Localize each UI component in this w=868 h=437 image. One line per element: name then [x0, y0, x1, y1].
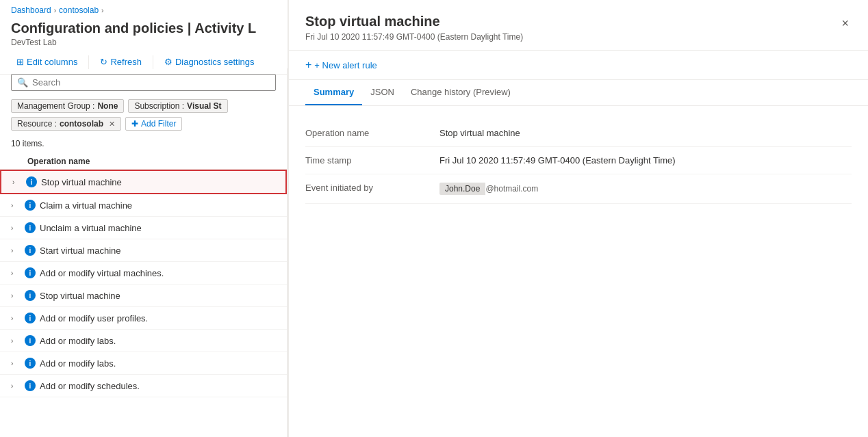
rp-header-text: Stop virtual machine Fri Jul 10 2020 11:… [305, 14, 523, 42]
list-item-4[interactable]: › i Add or modify virtual machines. [0, 262, 287, 284]
chevron-icon-0: › [12, 178, 22, 186]
col-header: Operation name [0, 154, 287, 170]
list-item-5[interactable]: › i Stop virtual machine [0, 284, 287, 307]
breadcrumb-sep-1: › [54, 7, 56, 14]
chevron-icon-1: › [11, 202, 21, 209]
filter-tags: Management Group : None Subscription : V… [0, 96, 287, 136]
list-item-label-9: Add or modify schedules. [40, 381, 140, 391]
user-email: @hotmail.com [485, 184, 538, 194]
detail-value-operation: Stop virtual machine [439, 128, 520, 138]
right-panel: Stop virtual machine Fri Jul 10 2020 11:… [288, 0, 868, 437]
tabs: Summary JSON Change history (Preview) [289, 80, 868, 106]
list-item-8[interactable]: › i Add or modify labs. [0, 352, 287, 375]
left-panel: 🔍 Management Group : None Subscription :… [0, 68, 288, 437]
search-input[interactable] [32, 77, 270, 88]
info-icon-6: i [25, 313, 36, 323]
info-icon-3: i [25, 245, 36, 256]
list-item-label-2: Unclaim a virtual machine [40, 223, 142, 233]
rp-title: Stop virtual machine [305, 14, 523, 29]
filter-label-1: Subscription : [134, 101, 184, 111]
chevron-icon-6: › [11, 315, 21, 322]
search-icon: 🔍 [17, 77, 28, 88]
filter-label-0: Management Group : [17, 101, 94, 111]
list-item-label-8: Add or modify labs. [40, 358, 116, 369]
info-icon-5: i [25, 290, 36, 301]
toolbar-separator-2 [153, 55, 153, 69]
detail-row-timestamp: Time stamp Fri Jul 10 2020 11:57:49 GMT-… [305, 147, 852, 174]
close-button[interactable]: × [839, 14, 852, 34]
detail-row-operation: Operation name Stop virtual machine [305, 120, 852, 147]
add-filter-button[interactable]: ✚ Add Filter [125, 117, 182, 131]
new-alert-label: + New alert rule [314, 60, 376, 70]
chevron-icon-7: › [11, 337, 21, 345]
info-icon-4: i [25, 267, 36, 278]
filter-tag-management-group: Management Group : None [11, 99, 124, 113]
list-item-3[interactable]: › i Start virtual machine [0, 239, 287, 262]
info-icon-8: i [25, 358, 36, 369]
list-item-9[interactable]: › i Add or modify schedules. [0, 375, 287, 397]
rp-subtitle: Fri Jul 10 2020 11:57:49 GMT-0400 (Easte… [305, 32, 523, 42]
chevron-icon-8: › [11, 360, 21, 367]
tab-change-history[interactable]: Change history (Preview) [403, 80, 519, 105]
list-item-label-0: Stop virtual machine [41, 177, 122, 187]
detail-label-event: Event initiated by [305, 183, 429, 193]
search-input-wrap[interactable]: 🔍 [11, 74, 276, 91]
chevron-icon-9: › [11, 382, 21, 390]
info-icon-1: i [25, 200, 36, 211]
list-item-7[interactable]: › i Add or modify labs. [0, 330, 287, 352]
search-bar: 🔍 [0, 68, 287, 96]
detail-value-timestamp: Fri Jul 10 2020 11:57:49 GMT-0400 (Easte… [439, 155, 676, 165]
list-item-label-1: Claim a virtual machine [40, 200, 132, 211]
chevron-icon-4: › [11, 269, 21, 277]
breadcrumb-contosolab[interactable]: contosolab [59, 5, 99, 15]
rp-header: Stop virtual machine Fri Jul 10 2020 11:… [289, 0, 868, 51]
filter-value-1: Visual St [187, 101, 221, 111]
detail-row-event-initiated: Event initiated by John.Doe @hotmail.com [305, 174, 852, 204]
user-name: John.Doe [439, 183, 485, 195]
diagnostics-button[interactable]: ⚙ Diagnostics settings [159, 54, 260, 70]
detail-label-operation: Operation name [305, 128, 429, 138]
add-filter-icon: ✚ [131, 119, 138, 129]
info-icon-2: i [25, 222, 36, 233]
list-item-6[interactable]: › i Add or modify user profiles. [0, 307, 287, 330]
user-badge: John.Doe @hotmail.com [439, 183, 538, 195]
list-item-1[interactable]: › i Claim a virtual machine [0, 194, 287, 217]
chevron-icon-5: › [11, 292, 21, 300]
refresh-icon: ↻ [100, 57, 107, 67]
list-item-label-7: Add or modify labs. [40, 336, 116, 346]
list-item-label-6: Add or modify user profiles. [40, 313, 148, 323]
filter-tag-subscription: Subscription : Visual St [128, 99, 227, 113]
edit-columns-label: Edit columns [27, 57, 77, 67]
list-item-label-3: Start virtual machine [40, 246, 121, 256]
tab-summary[interactable]: Summary [305, 80, 362, 105]
main-wrapper: Dashboard › contosolab › Configuration a… [0, 0, 868, 437]
new-alert-icon: + [305, 59, 311, 71]
breadcrumb-dashboard[interactable]: Dashboard [11, 5, 51, 15]
chevron-icon-3: › [11, 247, 21, 254]
info-icon-7: i [25, 335, 36, 346]
filter-tag-close-resource[interactable]: ✕ [109, 120, 115, 129]
breadcrumb-sep-2: › [101, 7, 103, 14]
add-filter-label: Add Filter [141, 119, 176, 129]
list-item-0[interactable]: › i Stop virtual machine [0, 170, 287, 194]
info-icon-9: i [25, 380, 36, 391]
diagnostics-icon: ⚙ [164, 57, 173, 67]
list-item-label-5: Stop virtual machine [40, 291, 120, 301]
diagnostics-label: Diagnostics settings [175, 57, 255, 67]
items-count: 10 items. [0, 136, 287, 154]
new-alert-rule-button[interactable]: + + New alert rule [289, 51, 868, 80]
list-item-2[interactable]: › i Unclaim a virtual machine [0, 217, 287, 239]
refresh-button[interactable]: ↻ Refresh [94, 54, 147, 70]
toolbar-separator-1 [88, 55, 89, 69]
filter-value-2: contosolab [60, 119, 103, 129]
detail-value-event: John.Doe @hotmail.com [439, 183, 538, 195]
edit-columns-button[interactable]: ⊞ Edit columns [11, 54, 83, 70]
tab-json[interactable]: JSON [362, 80, 403, 105]
refresh-label: Refresh [110, 57, 142, 67]
list-item-label-4: Add or modify virtual machines. [40, 268, 164, 278]
filter-value-0: None [97, 101, 118, 111]
columns-icon: ⊞ [16, 57, 24, 67]
detail-label-timestamp: Time stamp [305, 155, 429, 165]
chevron-icon-2: › [11, 224, 21, 232]
detail-section: Operation name Stop virtual machine Time… [289, 106, 868, 217]
